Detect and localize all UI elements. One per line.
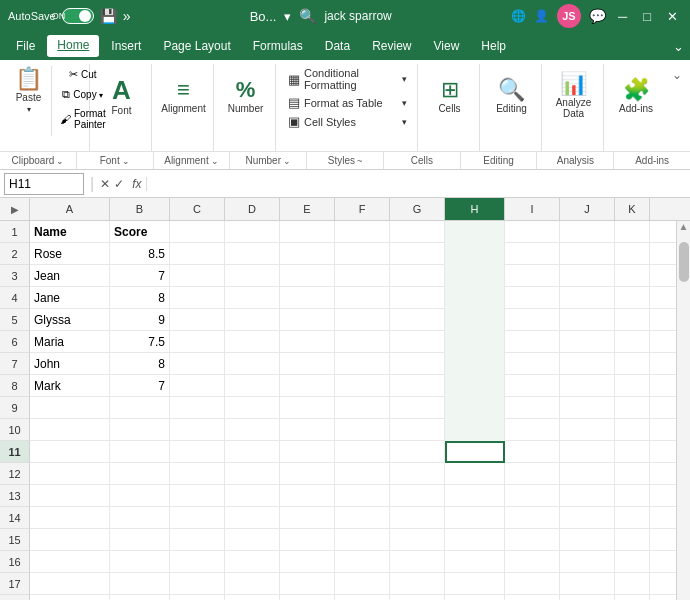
cell-b5[interactable]: 9 [110, 309, 170, 331]
maximize-button[interactable]: □ [639, 9, 655, 24]
cell-f8[interactable] [335, 375, 390, 397]
row-10[interactable]: 10 [0, 419, 30, 441]
menu-insert[interactable]: Insert [101, 36, 151, 56]
cell-a3[interactable]: Jean [30, 265, 110, 287]
minimize-button[interactable]: ─ [614, 9, 631, 24]
col-header-e[interactable]: E [280, 198, 335, 220]
col-header-b[interactable]: B [110, 198, 170, 220]
cell-j15[interactable] [560, 529, 615, 551]
cell-i17[interactable] [505, 573, 560, 595]
share-icon[interactable]: 👤 [534, 9, 549, 23]
undo-menu-icon[interactable]: » [123, 8, 131, 24]
menu-home[interactable]: Home [47, 35, 99, 57]
row-4[interactable]: 4 [0, 287, 30, 309]
cell-k14[interactable] [615, 507, 650, 529]
col-header-i[interactable]: I [505, 198, 560, 220]
menu-help[interactable]: Help [471, 36, 516, 56]
ribbon-collapse-icon[interactable]: ⌄ [673, 39, 684, 54]
col-header-h[interactable]: H [445, 198, 505, 220]
cell-d15[interactable] [225, 529, 280, 551]
cell-e6[interactable] [280, 331, 335, 353]
row-8[interactable]: 8 [0, 375, 30, 397]
cell-k9[interactable] [615, 397, 650, 419]
cell-c7[interactable] [170, 353, 225, 375]
cell-k18[interactable] [615, 595, 650, 600]
cell-e14[interactable] [280, 507, 335, 529]
cell-i4[interactable] [505, 287, 560, 309]
format-as-table-button[interactable]: ▤ Format as Table ▾ [284, 94, 411, 111]
format-table-dropdown[interactable]: ▾ [402, 98, 407, 108]
row-7[interactable]: 7 [0, 353, 30, 375]
cell-d14[interactable] [225, 507, 280, 529]
cell-a8[interactable]: Mark [30, 375, 110, 397]
cell-e12[interactable] [280, 463, 335, 485]
cell-f10[interactable] [335, 419, 390, 441]
cell-c6[interactable] [170, 331, 225, 353]
cell-d6[interactable] [225, 331, 280, 353]
cell-e9[interactable] [280, 397, 335, 419]
col-header-j[interactable]: J [560, 198, 615, 220]
cell-h12[interactable] [445, 463, 505, 485]
autosave-toggle[interactable]: ON [62, 8, 94, 24]
cell-b6[interactable]: 7.5 [110, 331, 170, 353]
cell-k16[interactable] [615, 551, 650, 573]
cell-i18[interactable] [505, 595, 560, 600]
cell-b15[interactable] [110, 529, 170, 551]
cell-k12[interactable] [615, 463, 650, 485]
cell-d8[interactable] [225, 375, 280, 397]
cell-k10[interactable] [615, 419, 650, 441]
cell-i14[interactable] [505, 507, 560, 529]
cell-h4[interactable] [445, 287, 505, 309]
cell-h17[interactable] [445, 573, 505, 595]
cell-b14[interactable] [110, 507, 170, 529]
cell-j2[interactable] [560, 243, 615, 265]
cell-f17[interactable] [335, 573, 390, 595]
col-header-a[interactable]: A [30, 198, 110, 220]
cell-b4[interactable]: 8 [110, 287, 170, 309]
cell-e10[interactable] [280, 419, 335, 441]
cell-e5[interactable] [280, 309, 335, 331]
cell-k7[interactable] [615, 353, 650, 375]
cell-k6[interactable] [615, 331, 650, 353]
alignment-expand-icon[interactable]: ⌄ [211, 156, 219, 166]
cell-i11[interactable] [505, 441, 560, 463]
cell-i8[interactable] [505, 375, 560, 397]
name-box[interactable] [4, 173, 84, 195]
col-header-g[interactable]: G [390, 198, 445, 220]
cell-j9[interactable] [560, 397, 615, 419]
vertical-scrollbar[interactable]: ▲ ▼ [676, 221, 690, 600]
cell-g6[interactable] [390, 331, 445, 353]
editing-button[interactable]: 🔍 Editing [491, 66, 532, 126]
addins-button[interactable]: 🧩 Add-ins [614, 66, 658, 126]
cell-d3[interactable] [225, 265, 280, 287]
cell-i9[interactable] [505, 397, 560, 419]
cell-d10[interactable] [225, 419, 280, 441]
cell-e15[interactable] [280, 529, 335, 551]
cell-k4[interactable] [615, 287, 650, 309]
cell-e17[interactable] [280, 573, 335, 595]
cell-h6[interactable] [445, 331, 505, 353]
cell-c16[interactable] [170, 551, 225, 573]
row-11[interactable]: 11 [0, 441, 30, 463]
cell-e3[interactable] [280, 265, 335, 287]
cell-f16[interactable] [335, 551, 390, 573]
cell-c17[interactable] [170, 573, 225, 595]
cell-c8[interactable] [170, 375, 225, 397]
cell-a12[interactable] [30, 463, 110, 485]
cell-k2[interactable] [615, 243, 650, 265]
cell-i5[interactable] [505, 309, 560, 331]
cell-e7[interactable] [280, 353, 335, 375]
cell-k15[interactable] [615, 529, 650, 551]
cell-b11[interactable] [110, 441, 170, 463]
cell-h15[interactable] [445, 529, 505, 551]
cell-j6[interactable] [560, 331, 615, 353]
cell-g13[interactable] [390, 485, 445, 507]
cell-i2[interactable] [505, 243, 560, 265]
cell-j5[interactable] [560, 309, 615, 331]
paste-button[interactable]: 📋 Paste ▾ [10, 66, 47, 116]
cell-h2[interactable] [445, 243, 505, 265]
cell-k13[interactable] [615, 485, 650, 507]
formula-input[interactable] [155, 175, 687, 193]
conditional-formatting-dropdown[interactable]: ▾ [402, 74, 407, 84]
cell-f15[interactable] [335, 529, 390, 551]
